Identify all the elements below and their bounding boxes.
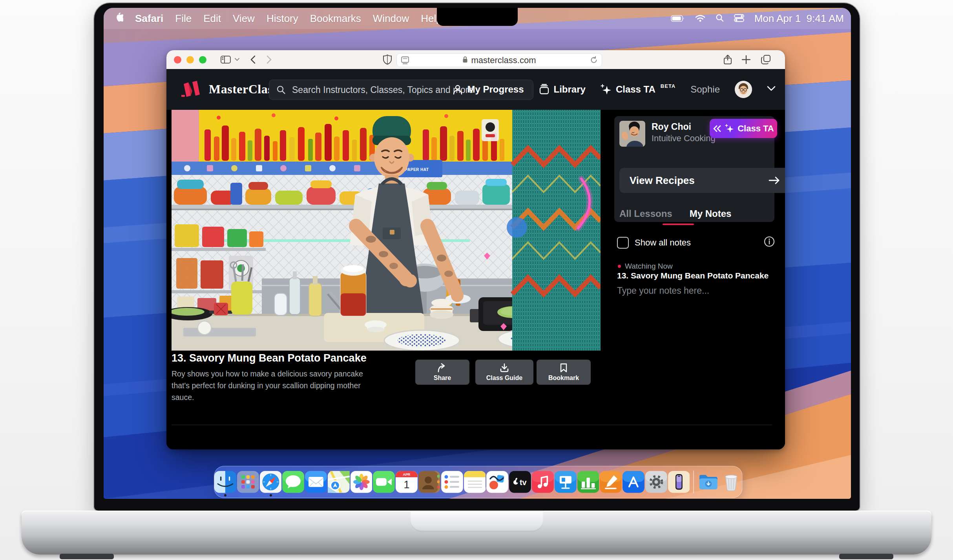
library-icon (539, 84, 550, 95)
sparkle-icon (601, 84, 612, 95)
dock-icon-keynote[interactable] (555, 471, 577, 493)
minimize-window-button[interactable] (186, 56, 194, 64)
menu-item-safari[interactable]: Safari (135, 13, 163, 25)
dock-icon-launchpad[interactable] (237, 471, 259, 493)
macbook-lid-notch (410, 511, 544, 532)
dock-icon-safari[interactable] (260, 471, 282, 493)
menu-bar-clock[interactable]: Mon Apr 1 9:41 AM (754, 13, 844, 25)
tab-all-lessons[interactable]: All Lessons (619, 208, 672, 219)
share-button[interactable]: Share (415, 360, 469, 385)
macbook-foot-right (839, 554, 893, 559)
dock-icon-contacts[interactable] (418, 471, 440, 493)
tab-overview-icon[interactable] (761, 55, 771, 65)
close-window-button[interactable] (174, 56, 181, 64)
dock-icon-pages[interactable] (600, 471, 622, 493)
class-guide-button[interactable]: Class Guide (475, 360, 533, 385)
masterclass-header: MasterClass Search Instructors, Classes,… (166, 69, 785, 110)
arrow-right-icon (769, 176, 780, 185)
url-text: masterclass.com (471, 55, 536, 65)
macbook-pro: Safari File Edit View History Bookmarks … (0, 0, 953, 560)
avatar[interactable] (735, 81, 752, 98)
dock-icon-maps[interactable] (328, 471, 350, 493)
reload-icon[interactable] (590, 56, 598, 66)
masterclass-wordmark: MasterClass (209, 82, 278, 96)
menu-item-bookmarks[interactable]: Bookmarks (310, 13, 361, 25)
lock-icon (462, 55, 468, 65)
show-all-notes-checkbox[interactable] (617, 237, 629, 249)
privacy-shield-icon[interactable] (383, 55, 392, 65)
instructor-thumbnail[interactable] (619, 121, 645, 147)
svg-text:APR: APR (403, 473, 411, 476)
notes-input[interactable]: Type your notes here... (617, 285, 709, 296)
account-chevron-icon[interactable] (767, 86, 776, 93)
dock-icon-messages[interactable] (282, 471, 304, 493)
user-name: Sophie (690, 84, 720, 95)
dock-icon-numbers[interactable] (577, 471, 599, 493)
show-all-notes-label: Show all notes (635, 238, 691, 248)
camera-notch (437, 8, 518, 26)
menu-item-file[interactable]: File (175, 13, 192, 25)
back-button[interactable] (250, 55, 256, 64)
macbook-base (22, 511, 931, 555)
dock-icon-mail[interactable] (305, 471, 327, 493)
nav-library[interactable]: Library (539, 84, 586, 95)
menu-item-history[interactable]: History (267, 13, 298, 25)
collapse-chevrons-icon (713, 125, 721, 132)
dock-icon-tv[interactable]: tv (509, 471, 531, 493)
panel-lesson-title: 13. Savory Mung Bean Potato Pancake (617, 271, 769, 280)
address-bar[interactable]: masterclass.com (396, 53, 602, 67)
page-format-icon[interactable] (401, 56, 409, 67)
info-icon[interactable] (764, 236, 775, 249)
dock-divider (693, 471, 694, 493)
dock-icon-photos[interactable] (351, 471, 372, 493)
sidebar-chevron-icon[interactable] (234, 58, 240, 62)
dock-icon-downloads[interactable] (697, 471, 719, 493)
forward-button[interactable] (267, 55, 272, 64)
dock-icon-trash[interactable] (720, 471, 742, 493)
masterclass-page: MasterClass Search Instructors, Classes,… (166, 69, 785, 449)
finder-running-dot (224, 494, 226, 496)
dock-icon-freeform[interactable] (486, 471, 508, 493)
masterclass-logo[interactable]: MasterClass (181, 80, 278, 98)
menu-item-view[interactable]: View (233, 13, 255, 25)
dock-icon-notes[interactable] (464, 471, 486, 493)
class-ta-button[interactable]: Class TA (710, 119, 777, 138)
paper-hat-sign: PAPER HAT (405, 167, 429, 172)
download-icon (500, 363, 509, 373)
masterclass-logo-mark (181, 80, 203, 98)
active-tab-underline (663, 224, 694, 225)
nav-my-progress[interactable]: My Progress (453, 84, 524, 95)
wifi-icon[interactable] (695, 13, 705, 25)
bookmark-icon (560, 363, 568, 373)
share-icon[interactable] (723, 54, 732, 65)
zoom-window-button[interactable] (199, 56, 206, 64)
battery-icon[interactable] (671, 13, 685, 25)
dock-icon-music[interactable] (532, 471, 554, 493)
sidebar-toggle-icon[interactable] (220, 55, 231, 64)
course-title: Intuitive Cooking (652, 133, 716, 144)
apple-menu-icon[interactable] (115, 12, 123, 25)
dock-icon-calendar[interactable]: APR1 (396, 471, 418, 493)
spotlight-search-icon[interactable] (716, 13, 724, 25)
dock-icon-app-store[interactable] (623, 471, 644, 493)
tab-my-notes[interactable]: My Notes (690, 208, 732, 219)
lesson-title: 13. Savory Mung Bean Potato Pancake (172, 352, 367, 364)
control-center-icon[interactable] (734, 13, 744, 25)
macbook-foot-left (60, 554, 114, 559)
video-player[interactable]: PAPER HAT (172, 110, 601, 351)
view-recipes-button[interactable]: View Recipes (619, 168, 785, 193)
dock-icon-finder[interactable] (214, 471, 236, 493)
svg-text:1: 1 (404, 479, 410, 491)
dock-icon-iphone-mirroring[interactable] (668, 471, 690, 493)
safari-toolbar: masterclass.com (166, 50, 785, 69)
dock-icon-reminders[interactable] (441, 471, 463, 493)
bookmark-button[interactable]: Bookmark (537, 360, 591, 385)
dock-icon-facetime[interactable] (373, 471, 395, 493)
menu-item-window[interactable]: Window (373, 13, 409, 25)
dock-icon-system-settings[interactable] (645, 471, 667, 493)
nav-class-ta[interactable]: Class TABETA (601, 84, 675, 95)
new-tab-icon[interactable] (742, 55, 750, 64)
desktop: Safari File Edit View History Bookmarks … (104, 8, 851, 499)
person-icon (453, 84, 463, 95)
menu-item-edit[interactable]: Edit (203, 13, 221, 25)
